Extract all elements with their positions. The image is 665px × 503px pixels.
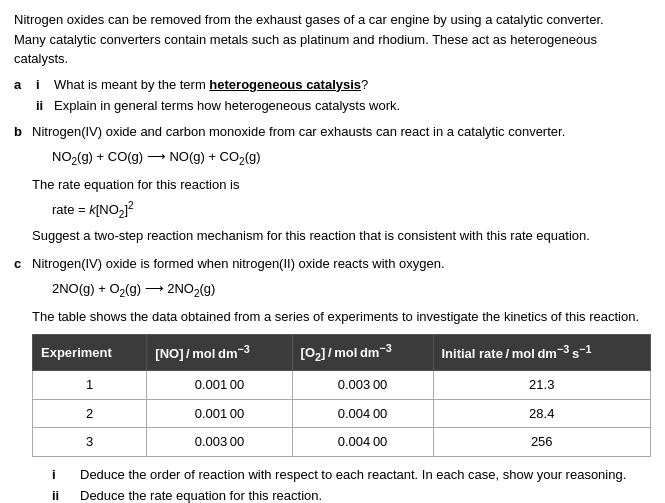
cell-o2-3: 0.004 00: [292, 428, 433, 457]
q-c-label: c: [14, 254, 32, 274]
heterogeneous-term: heterogeneous catalysis: [209, 77, 361, 92]
question-b-content: Nitrogen(IV) oxide and carbon monoxide f…: [32, 122, 651, 250]
q-b-equation: NO2(g) + CO(g) ⟶ NO(g) + CO2(g): [52, 147, 651, 169]
question-a-ii-row: ii Explain in general terms how heteroge…: [32, 96, 400, 116]
q-b-intro: Nitrogen(IV) oxide and carbon monoxide f…: [32, 122, 651, 142]
q-c-intro: Nitrogen(IV) oxide is formed when nitrog…: [32, 254, 651, 274]
cell-rate-1: 21.3: [433, 371, 651, 400]
question-a-sub: i What is meant by the term heterogeneou…: [32, 75, 400, 118]
cell-exp-3: 3: [33, 428, 147, 457]
intro-block: Nitrogen oxides can be removed from the …: [14, 10, 651, 69]
cell-no-1: 0.001 00: [147, 371, 292, 400]
question-c: c Nitrogen(IV) oxide is formed when nitr…: [14, 254, 651, 503]
q-b-rate-eq: rate = k[NO2]2: [52, 198, 651, 222]
cell-no-2: 0.001 00: [147, 399, 292, 428]
kinetics-table: Experiment [NO] / mol dm−3 [O2] / mol dm…: [32, 334, 651, 457]
question-b-row: b Nitrogen(IV) oxide and carbon monoxide…: [14, 122, 651, 250]
col-o2: [O2] / mol dm−3: [292, 335, 433, 371]
cell-o2-2: 0.004 00: [292, 399, 433, 428]
cell-no-3: 0.003 00: [147, 428, 292, 457]
q-a-ii-text: Explain in general terms how heterogeneo…: [54, 96, 400, 116]
table-row: 1 0.001 00 0.003 00 21.3: [33, 371, 651, 400]
question-a-i-row: i What is meant by the term heterogeneou…: [32, 75, 400, 95]
question-c-content: Nitrogen(IV) oxide is formed when nitrog…: [32, 254, 651, 503]
cell-o2-1: 0.003 00: [292, 371, 433, 400]
table-row: 2 0.001 00 0.004 00 28.4: [33, 399, 651, 428]
q-c-ii: ii Deduce the rate equation for this rea…: [52, 486, 651, 503]
question-b: b Nitrogen(IV) oxide and carbon monoxide…: [14, 122, 651, 250]
cell-rate-2: 28.4: [433, 399, 651, 428]
q-c-ii-label: ii: [52, 486, 80, 503]
cell-exp-1: 1: [33, 371, 147, 400]
q-c-i: i Deduce the order of reaction with resp…: [52, 465, 651, 485]
col-rate: Initial rate / mol dm−3 s−1: [433, 335, 651, 371]
q-a-i-text: What is meant by the term heterogeneous …: [54, 75, 400, 95]
cell-rate-3: 256: [433, 428, 651, 457]
q-c-equation: 2NO(g) + O2(g) ⟶ 2NO2(g): [52, 279, 651, 301]
q-b-label: b: [14, 122, 32, 142]
question-a-row: a i What is meant by the term heterogene…: [14, 75, 651, 118]
cell-exp-2: 2: [33, 399, 147, 428]
intro-line1: Nitrogen oxides can be removed from the …: [14, 10, 651, 30]
question-c-row: c Nitrogen(IV) oxide is formed when nitr…: [14, 254, 651, 503]
q-a-label: a: [14, 75, 32, 95]
q-a-i-label: i: [32, 75, 54, 95]
intro-line2: Many catalytic converters contain metals…: [14, 30, 651, 69]
table-row: 3 0.003 00 0.004 00 256: [33, 428, 651, 457]
q-b-suggest: Suggest a two-step reaction mechanism fo…: [32, 226, 651, 246]
c-subquestions-list: i Deduce the order of reaction with resp…: [32, 465, 651, 503]
q-a-ii-label: ii: [32, 96, 54, 116]
q-c-ii-text: Deduce the rate equation for this reacti…: [80, 486, 322, 503]
q-c-i-text: Deduce the order of reaction with respec…: [80, 465, 626, 485]
q-c-i-label: i: [52, 465, 80, 485]
question-a: a i What is meant by the term heterogene…: [14, 75, 651, 118]
q-b-rate-intro: The rate equation for this reaction is: [32, 175, 651, 195]
q-c-table-intro: The table shows the data obtained from a…: [32, 307, 651, 327]
col-no: [NO] / mol dm−3: [147, 335, 292, 371]
col-experiment: Experiment: [33, 335, 147, 371]
table-header-row: Experiment [NO] / mol dm−3 [O2] / mol dm…: [33, 335, 651, 371]
